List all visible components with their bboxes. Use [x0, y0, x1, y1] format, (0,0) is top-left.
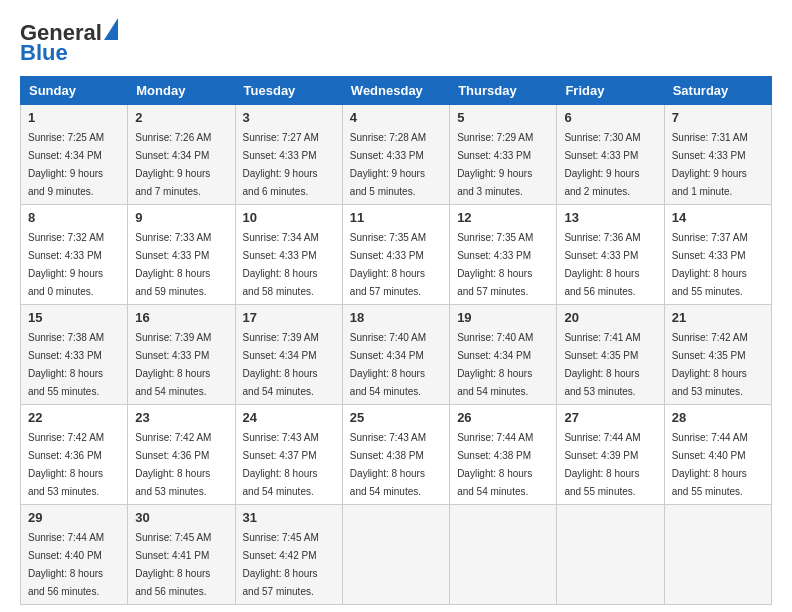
logo-blue: Blue [20, 40, 68, 66]
calendar-cell [342, 505, 449, 605]
day-number: 25 [350, 410, 442, 425]
calendar-cell: 17 Sunrise: 7:39 AMSunset: 4:34 PMDaylig… [235, 305, 342, 405]
day-info: Sunrise: 7:36 AMSunset: 4:33 PMDaylight:… [564, 232, 640, 297]
day-info: Sunrise: 7:43 AMSunset: 4:37 PMDaylight:… [243, 432, 319, 497]
calendar-cell: 10 Sunrise: 7:34 AMSunset: 4:33 PMDaylig… [235, 205, 342, 305]
day-info: Sunrise: 7:35 AMSunset: 4:33 PMDaylight:… [350, 232, 426, 297]
calendar-cell: 23 Sunrise: 7:42 AMSunset: 4:36 PMDaylig… [128, 405, 235, 505]
day-info: Sunrise: 7:38 AMSunset: 4:33 PMDaylight:… [28, 332, 104, 397]
day-info: Sunrise: 7:35 AMSunset: 4:33 PMDaylight:… [457, 232, 533, 297]
day-info: Sunrise: 7:42 AMSunset: 4:35 PMDaylight:… [672, 332, 748, 397]
calendar-cell: 4 Sunrise: 7:28 AMSunset: 4:33 PMDayligh… [342, 105, 449, 205]
day-number: 19 [457, 310, 549, 325]
day-info: Sunrise: 7:42 AMSunset: 4:36 PMDaylight:… [135, 432, 211, 497]
calendar-cell: 2 Sunrise: 7:26 AMSunset: 4:34 PMDayligh… [128, 105, 235, 205]
day-number: 13 [564, 210, 656, 225]
day-info: Sunrise: 7:44 AMSunset: 4:38 PMDaylight:… [457, 432, 533, 497]
day-number: 31 [243, 510, 335, 525]
calendar-cell: 11 Sunrise: 7:35 AMSunset: 4:33 PMDaylig… [342, 205, 449, 305]
col-header-wednesday: Wednesday [342, 77, 449, 105]
calendar-cell: 8 Sunrise: 7:32 AMSunset: 4:33 PMDayligh… [21, 205, 128, 305]
day-info: Sunrise: 7:42 AMSunset: 4:36 PMDaylight:… [28, 432, 104, 497]
day-info: Sunrise: 7:39 AMSunset: 4:34 PMDaylight:… [243, 332, 319, 397]
calendar-cell: 12 Sunrise: 7:35 AMSunset: 4:33 PMDaylig… [450, 205, 557, 305]
day-number: 8 [28, 210, 120, 225]
calendar-cell [557, 505, 664, 605]
day-info: Sunrise: 7:31 AMSunset: 4:33 PMDaylight:… [672, 132, 748, 197]
col-header-friday: Friday [557, 77, 664, 105]
day-number: 15 [28, 310, 120, 325]
day-info: Sunrise: 7:34 AMSunset: 4:33 PMDaylight:… [243, 232, 319, 297]
day-number: 16 [135, 310, 227, 325]
calendar-cell: 25 Sunrise: 7:43 AMSunset: 4:38 PMDaylig… [342, 405, 449, 505]
day-number: 1 [28, 110, 120, 125]
day-number: 29 [28, 510, 120, 525]
calendar-cell: 19 Sunrise: 7:40 AMSunset: 4:34 PMDaylig… [450, 305, 557, 405]
day-info: Sunrise: 7:43 AMSunset: 4:38 PMDaylight:… [350, 432, 426, 497]
calendar-cell: 5 Sunrise: 7:29 AMSunset: 4:33 PMDayligh… [450, 105, 557, 205]
day-number: 5 [457, 110, 549, 125]
calendar-cell: 24 Sunrise: 7:43 AMSunset: 4:37 PMDaylig… [235, 405, 342, 505]
day-number: 14 [672, 210, 764, 225]
day-info: Sunrise: 7:30 AMSunset: 4:33 PMDaylight:… [564, 132, 640, 197]
calendar-cell [664, 505, 771, 605]
calendar-table: SundayMondayTuesdayWednesdayThursdayFrid… [20, 76, 772, 605]
calendar-cell: 29 Sunrise: 7:44 AMSunset: 4:40 PMDaylig… [21, 505, 128, 605]
day-number: 22 [28, 410, 120, 425]
day-number: 7 [672, 110, 764, 125]
day-number: 2 [135, 110, 227, 125]
day-number: 20 [564, 310, 656, 325]
calendar-cell: 18 Sunrise: 7:40 AMSunset: 4:34 PMDaylig… [342, 305, 449, 405]
col-header-tuesday: Tuesday [235, 77, 342, 105]
day-info: Sunrise: 7:29 AMSunset: 4:33 PMDaylight:… [457, 132, 533, 197]
day-number: 6 [564, 110, 656, 125]
col-header-saturday: Saturday [664, 77, 771, 105]
day-info: Sunrise: 7:28 AMSunset: 4:33 PMDaylight:… [350, 132, 426, 197]
day-number: 17 [243, 310, 335, 325]
day-info: Sunrise: 7:45 AMSunset: 4:42 PMDaylight:… [243, 532, 319, 597]
day-info: Sunrise: 7:40 AMSunset: 4:34 PMDaylight:… [350, 332, 426, 397]
day-number: 9 [135, 210, 227, 225]
day-info: Sunrise: 7:32 AMSunset: 4:33 PMDaylight:… [28, 232, 104, 297]
calendar-cell: 7 Sunrise: 7:31 AMSunset: 4:33 PMDayligh… [664, 105, 771, 205]
calendar-cell: 16 Sunrise: 7:39 AMSunset: 4:33 PMDaylig… [128, 305, 235, 405]
day-number: 28 [672, 410, 764, 425]
day-number: 10 [243, 210, 335, 225]
calendar-cell: 21 Sunrise: 7:42 AMSunset: 4:35 PMDaylig… [664, 305, 771, 405]
day-info: Sunrise: 7:44 AMSunset: 4:40 PMDaylight:… [28, 532, 104, 597]
day-info: Sunrise: 7:26 AMSunset: 4:34 PMDaylight:… [135, 132, 211, 197]
calendar-cell: 30 Sunrise: 7:45 AMSunset: 4:41 PMDaylig… [128, 505, 235, 605]
calendar-cell: 1 Sunrise: 7:25 AMSunset: 4:34 PMDayligh… [21, 105, 128, 205]
calendar-cell: 27 Sunrise: 7:44 AMSunset: 4:39 PMDaylig… [557, 405, 664, 505]
calendar-cell: 6 Sunrise: 7:30 AMSunset: 4:33 PMDayligh… [557, 105, 664, 205]
day-info: Sunrise: 7:25 AMSunset: 4:34 PMDaylight:… [28, 132, 104, 197]
day-info: Sunrise: 7:44 AMSunset: 4:39 PMDaylight:… [564, 432, 640, 497]
calendar-cell: 20 Sunrise: 7:41 AMSunset: 4:35 PMDaylig… [557, 305, 664, 405]
day-number: 21 [672, 310, 764, 325]
col-header-thursday: Thursday [450, 77, 557, 105]
calendar-cell: 22 Sunrise: 7:42 AMSunset: 4:36 PMDaylig… [21, 405, 128, 505]
day-number: 18 [350, 310, 442, 325]
day-info: Sunrise: 7:44 AMSunset: 4:40 PMDaylight:… [672, 432, 748, 497]
day-number: 23 [135, 410, 227, 425]
logo: General Blue [20, 20, 118, 66]
calendar-cell: 26 Sunrise: 7:44 AMSunset: 4:38 PMDaylig… [450, 405, 557, 505]
day-number: 11 [350, 210, 442, 225]
day-info: Sunrise: 7:33 AMSunset: 4:33 PMDaylight:… [135, 232, 211, 297]
day-number: 30 [135, 510, 227, 525]
calendar-cell: 9 Sunrise: 7:33 AMSunset: 4:33 PMDayligh… [128, 205, 235, 305]
day-number: 4 [350, 110, 442, 125]
calendar-cell: 13 Sunrise: 7:36 AMSunset: 4:33 PMDaylig… [557, 205, 664, 305]
day-number: 27 [564, 410, 656, 425]
day-number: 12 [457, 210, 549, 225]
day-number: 24 [243, 410, 335, 425]
day-info: Sunrise: 7:37 AMSunset: 4:33 PMDaylight:… [672, 232, 748, 297]
day-info: Sunrise: 7:40 AMSunset: 4:34 PMDaylight:… [457, 332, 533, 397]
day-info: Sunrise: 7:27 AMSunset: 4:33 PMDaylight:… [243, 132, 319, 197]
calendar-cell: 28 Sunrise: 7:44 AMSunset: 4:40 PMDaylig… [664, 405, 771, 505]
calendar-cell: 3 Sunrise: 7:27 AMSunset: 4:33 PMDayligh… [235, 105, 342, 205]
calendar-cell: 15 Sunrise: 7:38 AMSunset: 4:33 PMDaylig… [21, 305, 128, 405]
day-info: Sunrise: 7:45 AMSunset: 4:41 PMDaylight:… [135, 532, 211, 597]
page-header: General Blue [20, 20, 772, 66]
calendar-cell: 31 Sunrise: 7:45 AMSunset: 4:42 PMDaylig… [235, 505, 342, 605]
